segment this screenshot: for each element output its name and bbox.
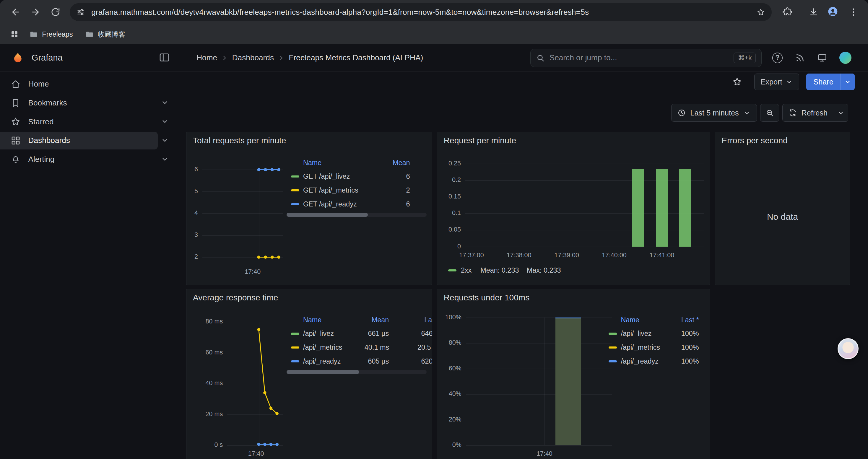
breadcrumb-current: Freeleaps Metrics Dashboard (ALPHA) [289, 53, 423, 62]
legend-header-mean[interactable]: Mean [377, 159, 427, 167]
extensions-icon[interactable] [777, 2, 797, 22]
sidebar-item-bookmarks[interactable]: Bookmarks [0, 94, 176, 112]
legend-header-name[interactable]: Name [286, 159, 377, 167]
forward-button[interactable] [25, 2, 45, 22]
y-axis-tick: 4 [186, 209, 198, 217]
panel-title[interactable]: Errors per second [721, 136, 787, 145]
legend-row[interactable]: /api/_metrics 40.1 ms 20.5 ms [286, 340, 433, 355]
chevron-down-icon [743, 109, 750, 117]
sidebar-item-label: Alerting [28, 155, 55, 164]
legend-scrollbar[interactable] [286, 213, 427, 217]
series-name: GET /api/_metrics [303, 186, 377, 194]
x-axis-tick: 17:41:00 [640, 252, 684, 259]
panel-title[interactable]: Requests under 100ms [444, 293, 529, 302]
legend-row[interactable]: /api/_readyz 100% [604, 355, 699, 368]
bookmark-folder-freeleaps[interactable]: Freeleaps [24, 28, 78, 41]
legend-header-name[interactable]: Name [604, 316, 665, 324]
browser-profile-icon[interactable] [824, 2, 843, 22]
legend-header-last[interactable]: Last * [665, 316, 699, 324]
legend-table: Name Last * /api/_livez 100% /api/_metri… [604, 314, 699, 368]
news-rss-icon[interactable] [795, 53, 805, 63]
legend-table: Name Mean Last * /api/_livez 661 µs 646 … [286, 314, 433, 368]
refresh-button-group: Refresh [782, 104, 848, 122]
help-icon[interactable]: ? [772, 53, 783, 63]
share-menu-caret[interactable] [840, 73, 855, 90]
clock-icon [677, 109, 686, 117]
sidebar-item-home[interactable]: Home [0, 75, 176, 94]
legend-row[interactable]: /api/_livez 100% [604, 327, 699, 340]
header-actions: ? [772, 44, 851, 71]
legend-header-name[interactable]: Name [286, 316, 342, 324]
series-swatch [291, 347, 299, 349]
y-axis-tick: 0.2 [437, 176, 461, 184]
series-name[interactable]: 2xx [461, 266, 471, 274]
dock-menu-icon[interactable] [158, 52, 170, 64]
dashboards-grid-icon [11, 136, 21, 145]
scrollbar-thumb[interactable] [286, 213, 368, 217]
chevron-down-icon[interactable] [161, 98, 169, 107]
breadcrumb: Home Dashboards Freeleaps Metrics Dashbo… [196, 44, 423, 71]
legend-table: Name Mean GET /api/_livez 6 GET /api/_me… [286, 156, 427, 211]
breadcrumb-dashboards[interactable]: Dashboards [232, 53, 274, 62]
legend-row[interactable]: /api/_readyz 605 µs 620 µs [286, 355, 433, 368]
refresh-button[interactable]: Refresh [783, 104, 834, 121]
grafana-logo[interactable] [11, 51, 25, 65]
chevron-down-icon[interactable] [161, 136, 169, 144]
apps-grid-icon[interactable] [6, 27, 22, 42]
browser-menu-icon[interactable] [844, 2, 864, 22]
panel-title[interactable]: Request per minute [444, 136, 516, 145]
time-range-picker[interactable]: Last 5 minutes [671, 104, 757, 122]
gridline-vertical [545, 318, 545, 446]
panel-avg-response-time: Average response time 80 ms60 ms40 ms20 … [186, 289, 433, 459]
puzzle-icon [782, 7, 793, 17]
legend-row[interactable]: /api/_metrics 100% [604, 340, 699, 355]
downloads-icon[interactable] [804, 2, 824, 22]
chevron-down-icon[interactable] [161, 155, 169, 163]
chevron-down-icon[interactable] [161, 117, 169, 126]
y-axis-tick: 0.25 [437, 160, 461, 167]
back-button[interactable] [6, 2, 25, 22]
sidebar-item-alerting[interactable]: Alerting [0, 150, 176, 169]
panel-title[interactable]: Total requests per minute [193, 136, 286, 145]
gridline [466, 318, 612, 318]
search-input[interactable] [550, 53, 734, 62]
site-settings-icon[interactable] [76, 8, 85, 16]
share-button[interactable]: Share [806, 73, 855, 90]
bar [656, 169, 668, 247]
monitor-icon[interactable] [817, 53, 827, 63]
user-avatar[interactable] [839, 52, 851, 64]
sidebar-item-starred[interactable]: Starred [0, 112, 176, 131]
favorite-star-icon[interactable] [732, 77, 742, 87]
y-axis-tick: 40 ms [186, 380, 223, 387]
legend-row[interactable]: GET /api/_readyz 6 [286, 197, 427, 211]
gridline [466, 445, 612, 446]
search-bar[interactable]: ⌘+k [530, 49, 762, 67]
series-mean: 2 [377, 186, 427, 194]
legend-row[interactable]: /api/_livez 661 µs 646 µs [286, 327, 433, 340]
refresh-interval-caret[interactable] [834, 104, 848, 121]
legend-header: Name Mean Last * [286, 314, 433, 327]
legend-header-mean[interactable]: Mean [342, 316, 389, 324]
bookmark-star-icon[interactable] [756, 8, 765, 16]
bookmark-folder-blogs[interactable]: 收藏博客 [80, 28, 130, 41]
legend-header-last[interactable]: Last * [389, 316, 432, 324]
dashboard-actions: Export Share [732, 73, 855, 90]
export-button[interactable]: Export [754, 73, 799, 90]
url-bar[interactable]: grafana.mathmast.com/d/deytv4rwavabkb/fr… [70, 3, 772, 21]
reload-icon [51, 7, 61, 17]
time-range-label: Last 5 minutes [690, 109, 739, 117]
breadcrumb-home[interactable]: Home [196, 53, 217, 62]
assistant-avatar-widget[interactable] [838, 338, 859, 359]
series-mean: 40.1 ms [342, 343, 390, 352]
legend-row[interactable]: GET /api/_livez 6 [286, 169, 427, 184]
panel-title[interactable]: Average response time [193, 293, 278, 302]
reload-button[interactable] [45, 2, 65, 22]
y-axis-tick: 60% [437, 365, 461, 372]
legend-scrollbar[interactable] [286, 370, 427, 374]
gridline [465, 197, 704, 197]
series-swatch [291, 203, 299, 205]
legend-row[interactable]: GET /api/_metrics 2 [286, 184, 427, 197]
scrollbar-thumb[interactable] [286, 370, 359, 374]
sidebar-item-dashboards[interactable]: Dashboards [0, 131, 176, 150]
zoom-out-button[interactable] [760, 104, 779, 122]
